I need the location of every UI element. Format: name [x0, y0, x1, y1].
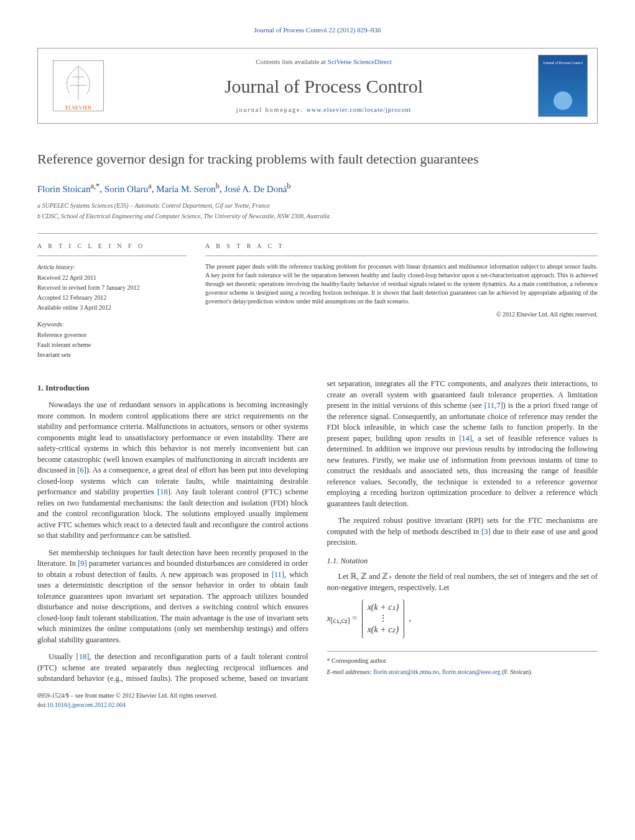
- citation-link[interactable]: [11,7]: [484, 401, 503, 410]
- footnote-section: * Corresponding author. E-mail addresses…: [327, 651, 598, 676]
- author-affil-sup: a: [148, 182, 152, 190]
- cover-small-title: Journal of Process Control: [539, 55, 587, 66]
- author-affil-sup: b: [287, 182, 290, 190]
- matrix-row: x(k + c₂): [368, 624, 399, 635]
- issn-front-matter-line: 0959-1524/$ – see front matter © 2012 El…: [37, 691, 598, 700]
- author-link[interactable]: José A. De Doná: [225, 184, 287, 194]
- publisher-logo-container: ELSEVIER: [47, 55, 109, 117]
- abstract-copyright: © 2012 Elsevier Ltd. All rights reserved…: [205, 310, 598, 319]
- doi-link[interactable]: 10.1016/j.jprocont.2012.02.004: [47, 701, 126, 708]
- affiliation-line: a SUPELEC Systems Sciences (E3S) – Autom…: [37, 201, 598, 210]
- author-link[interactable]: Florin Stoican: [37, 184, 90, 194]
- doi-label: doi:: [37, 701, 47, 708]
- matrix-bracket: x(k + c₁) ⋮ x(k + c₂): [362, 599, 404, 639]
- eq-equals: =: [350, 614, 359, 623]
- corresponding-text: Corresponding author.: [330, 657, 387, 664]
- body-paragraph: The required robust positive invariant (…: [327, 515, 598, 548]
- journal-reference-link[interactable]: Journal of Process Control 22 (2012) 829…: [254, 26, 381, 34]
- info-abstract-row: A R T I C L E I N F O Article history: R…: [37, 233, 598, 360]
- svg-text:ELSEVIER: ELSEVIER: [65, 104, 92, 110]
- author-link[interactable]: Sorin Olaru: [104, 184, 148, 194]
- body-text: Usually: [49, 652, 76, 661]
- history-item: Received in revised form 7 January 2012: [37, 283, 187, 292]
- abstract-column: A B S T R A C T The present paper deals …: [205, 241, 598, 360]
- keyword-item: Reference governor: [37, 330, 187, 339]
- matrix-row: x(k + c₁): [368, 602, 399, 613]
- homepage-url-link[interactable]: www.elsevier.com/locate/jprocont: [307, 106, 412, 113]
- journal-reference-line: Journal of Process Control 22 (2012) 829…: [37, 25, 598, 35]
- history-item: Received 22 April 2011: [37, 273, 187, 282]
- subsection-heading-notation: 1.1. Notation: [327, 556, 598, 567]
- author-affil-sup: b: [216, 182, 220, 190]
- main-body-columns: 1. Introduction Nowadays the use of redu…: [37, 379, 598, 685]
- email-label: E-mail addresses:: [327, 668, 374, 675]
- abstract-heading: A B S T R A C T: [205, 241, 598, 256]
- corresponding-author-note: * Corresponding author.: [327, 657, 598, 665]
- author-affil-sup: a,*: [90, 182, 100, 190]
- author-link[interactable]: María M. Seron: [156, 184, 215, 194]
- body-text: which minimizes the online computations …: [37, 624, 308, 644]
- history-label: Article history:: [37, 262, 187, 272]
- elsevier-tree-logo: ELSEVIER: [50, 58, 106, 114]
- history-item: Available online 3 April 2012: [37, 303, 187, 312]
- journal-title: Journal of Process Control: [109, 72, 538, 100]
- citation-link[interactable]: [6]: [77, 466, 86, 474]
- contents-available-line: Contents lists available at SciVerse Sci…: [109, 57, 538, 67]
- header-center: Contents lists available at SciVerse Sci…: [109, 57, 538, 114]
- keyword-item: Fault tolerant scheme: [37, 340, 187, 349]
- email-link[interactable]: florin.stoican@ieee.org: [442, 668, 501, 675]
- body-paragraph: Set membership techniques for fault dete…: [37, 548, 308, 646]
- citation-link[interactable]: [9]: [78, 559, 87, 568]
- authors-list: Florin Stoicana,*, Sorin Olarua, María M…: [37, 180, 598, 196]
- citation-link[interactable]: [3]: [481, 527, 491, 536]
- article-info-column: A R T I C L E I N F O Article history: R…: [37, 241, 187, 360]
- journal-header-box: ELSEVIER Contents lists available at Sci…: [37, 48, 598, 124]
- citation-link[interactable]: [18]: [76, 652, 90, 661]
- citation-link[interactable]: [18]: [157, 487, 170, 496]
- history-item: Accepted 12 February 2012: [37, 293, 187, 302]
- affiliations: a SUPELEC Systems Sciences (E3S) – Autom…: [37, 201, 598, 221]
- article-info-heading: A R T I C L E I N F O: [37, 241, 187, 256]
- homepage-label: journal homepage:: [236, 106, 307, 113]
- abstract-text: The present paper deals with the referen…: [205, 262, 598, 306]
- eq-punct: ,: [409, 614, 412, 623]
- eq-subscript: [c₁,c₂]: [331, 617, 350, 625]
- article-title: Reference governor design for tracking p…: [37, 149, 598, 169]
- section-heading-intro: 1. Introduction: [37, 382, 308, 394]
- keyword-item: Invariant sets: [37, 350, 187, 359]
- body-paragraph: Let ℝ, ℤ and ℤ₊ denote the field of real…: [327, 571, 598, 593]
- sciencedirect-link[interactable]: SciVerse ScienceDirect: [328, 58, 392, 65]
- body-paragraph: Nowadays the use of redundant sensors in…: [37, 400, 308, 542]
- equation-display: x[c₁,c₂] = x(k + c₁) ⋮ x(k + c₂) ,: [327, 599, 598, 639]
- citation-link[interactable]: [14]: [459, 434, 472, 443]
- journal-cover-thumbnail: Journal of Process Control: [538, 55, 588, 117]
- matrix-row: ⋮: [368, 613, 399, 624]
- contents-text: Contents lists available at: [256, 58, 327, 65]
- keywords-label: Keywords:: [37, 320, 187, 329]
- doi-footer: 0959-1524/$ – see front matter © 2012 El…: [37, 691, 598, 709]
- email-link[interactable]: florin.stoican@itk.ntnu.no: [373, 668, 439, 675]
- email-line: E-mail addresses: florin.stoican@itk.ntn…: [327, 668, 598, 676]
- homepage-line: journal homepage: www.elsevier.com/locat…: [109, 105, 538, 114]
- email-author-name: (F. Stoican).: [501, 668, 532, 675]
- citation-link[interactable]: [11]: [272, 570, 284, 579]
- body-text: , a set of feasible reference values is …: [327, 434, 598, 508]
- body-text: Nowadays the use of redundant sensors in…: [37, 400, 308, 474]
- affiliation-line: b CDSC, School of Electrical Engineering…: [37, 211, 598, 221]
